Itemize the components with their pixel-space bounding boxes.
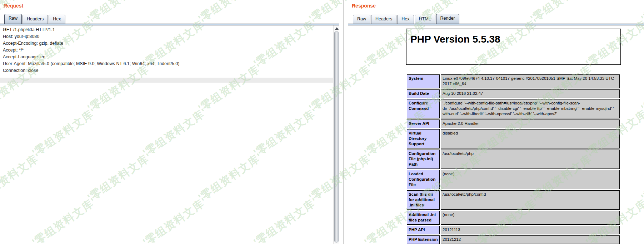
response-tab-hex[interactable]: Hex (397, 15, 414, 24)
request-line: Accept: */* (3, 47, 179, 54)
info-label-cell: Scan this dir for additional .ini files (407, 190, 440, 210)
info-label-cell: Server API (407, 119, 440, 128)
request-vertical-scrollbar[interactable] (333, 25, 339, 244)
info-value-cell: './configure' '--with-config-file-path=/… (441, 99, 620, 118)
request-line: Host: your-ip:8080 (3, 33, 179, 40)
request-tab-headers[interactable]: Headers (23, 15, 48, 24)
phpinfo-header-box: PHP Version 5.5.38 (406, 29, 621, 65)
scroll-up-icon (335, 27, 339, 30)
info-value-cell: disabled (441, 129, 620, 148)
info-value-cell: 20121212 (441, 235, 620, 244)
info-value-cell: Linux e0709fe64674 4.10.17-041017-generi… (441, 74, 620, 88)
info-row: Build DateAug 10 2016 21:02:47 (407, 89, 620, 98)
info-label-cell: System (407, 74, 440, 88)
watermark-text: '零组资料文库' (638, 150, 644, 205)
info-value-cell: (none) (441, 170, 620, 189)
info-label-cell: Loaded Configuration File (407, 170, 440, 189)
response-tab-render[interactable]: Render (436, 14, 459, 24)
request-line: Connection: close (3, 67, 179, 74)
request-panel-title: Request (4, 3, 23, 9)
info-label-cell: Additional .ini files parsed (407, 211, 440, 225)
watermark-text: '零组资料文库' (528, 0, 598, 26)
info-row: PHP API20121113 (407, 226, 620, 234)
response-panel-title: Response (352, 3, 376, 9)
request-editor-highlight-band (0, 78, 333, 83)
info-label-cell: PHP Extension (407, 235, 440, 244)
panel-splitter-line[interactable] (343, 0, 344, 244)
info-row: Configuration File (php.ini) Path/usr/lo… (407, 150, 620, 169)
info-value-cell: 20121113 (441, 226, 620, 234)
info-value-cell: /usr/local/etc/php (441, 150, 620, 169)
request-line: GET /1.php%0a HTTP/1.1 (3, 26, 179, 33)
info-row: Server APIApache 2.0 Handler (407, 119, 620, 128)
response-tab-headers[interactable]: Headers (371, 15, 396, 24)
info-row: SystemLinux e0709fe64674 4.10.17-041017-… (407, 74, 620, 88)
info-label-cell: PHP API (407, 226, 440, 234)
response-tabline-separator (348, 24, 644, 25)
info-label-cell: Build Date (407, 89, 440, 98)
info-label-cell: Virtual Directory Support (407, 129, 440, 148)
response-tab-raw[interactable]: Raw (353, 15, 370, 24)
info-row: Loaded Configuration File(none) (407, 170, 620, 189)
request-tab-raw[interactable]: Raw (4, 14, 22, 24)
info-label-cell: Configure Command (407, 99, 440, 118)
watermark-text: '零组资料文库' (638, 60, 644, 115)
info-value-cell: Aug 10 2016 21:02:47 (441, 89, 620, 98)
info-value-cell: Apache 2.0 Handler (441, 119, 620, 128)
watermark-text: '零组资料文库' (195, 0, 265, 26)
info-value-cell: (none) (441, 211, 620, 225)
info-row: Additional .ini files parsed(none) (407, 211, 620, 225)
watermark-text: '零组资料文库' (638, 0, 644, 26)
request-line: User-Agent: Mozilla/5.0 (compatible; MSI… (3, 60, 179, 67)
request-line: Accept-Language: en (3, 54, 179, 60)
request-message-editor[interactable]: GET /1.php%0a HTTP/1.1Host: your-ip:8080… (0, 25, 333, 244)
scrollbar-thumb[interactable] (334, 31, 339, 243)
scroll-up-button[interactable] (334, 26, 339, 31)
watermark-text: '零组资料文库' (85, 0, 155, 26)
info-row: PHP Extension20121212 (407, 235, 620, 244)
response-tab-html[interactable]: HTML (415, 15, 435, 24)
info-row: Configure Command'./configure' '--with-c… (407, 99, 620, 118)
info-row: Scan this dir for additional .ini files/… (407, 190, 620, 210)
info-label-cell: Configuration File (php.ini) Path (407, 150, 440, 169)
request-tab-hex[interactable]: Hex (49, 15, 65, 24)
request-raw-text[interactable]: GET /1.php%0a HTTP/1.1Host: your-ip:8080… (3, 26, 179, 74)
phpinfo-version-heading: PHP Version 5.5.38 (406, 29, 620, 45)
panel-splitter-line (348, 0, 348, 244)
info-row: Virtual Directory Supportdisabled (407, 129, 620, 148)
request-tab-strip: RawHeadersHex (4, 15, 65, 24)
response-tab-strip: RawHeadersHexHTMLRender (353, 15, 459, 24)
request-line: Accept-Encoding: gzip, deflate (3, 40, 179, 47)
request-tabline-separator (0, 24, 339, 25)
info-value-cell: /usr/local/etc/php/conf.d (441, 190, 620, 210)
phpinfo-table: SystemLinux e0709fe64674 4.10.17-041017-… (406, 73, 621, 244)
